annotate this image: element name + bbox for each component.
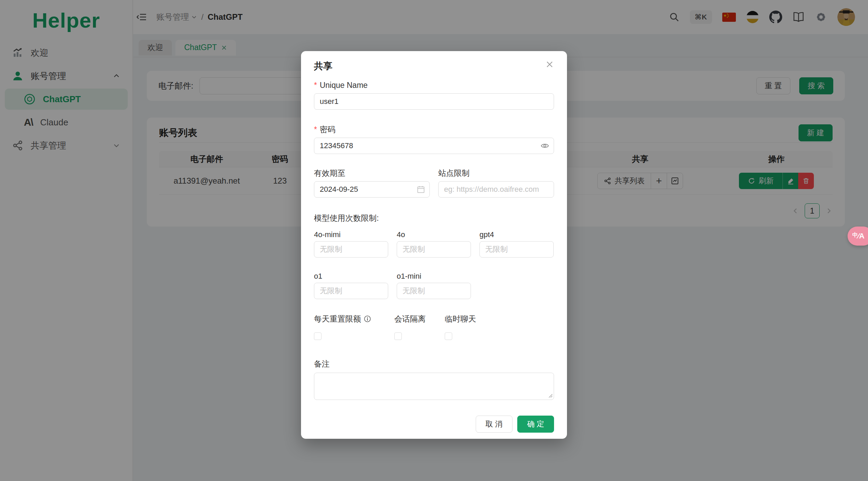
model-limits-title: 模型使用次数限制: [314, 213, 554, 223]
translate-icon: 中⁄A [852, 232, 865, 240]
share-modal: 共享 * Unique Name * 密码 有效期至 [301, 51, 567, 439]
model-limit-input-4o[interactable] [397, 241, 471, 258]
required-asterisk: * [314, 81, 317, 90]
password-input[interactable] [314, 138, 554, 154]
expiry-label: 有效期至 [314, 168, 430, 178]
session-isolation-checkbox[interactable] [394, 332, 402, 340]
daily-reset-field: 每天重置限额 [314, 314, 394, 341]
model-label: gpt4 [479, 230, 554, 238]
model-limit-input-o1-mini[interactable] [397, 283, 471, 299]
modal-title: 共享 [314, 60, 332, 72]
site-limit-label: 站点限制 [438, 168, 554, 178]
app-root: Helper 欢迎 账号管理 [0, 0, 868, 481]
model-limit-input-gpt4[interactable] [479, 241, 554, 258]
daily-reset-label: 每天重置限额 [314, 314, 394, 324]
calendar-icon[interactable] [417, 185, 425, 193]
info-icon[interactable] [364, 315, 371, 323]
session-isolation-field: 会话隔离 [394, 314, 445, 341]
model-field-o1: o1 [314, 272, 388, 299]
model-field-4o-mimi: 4o-mimi [314, 230, 388, 258]
session-isolation-label: 会话隔离 [394, 314, 445, 324]
translate-fab[interactable]: 中⁄A [848, 227, 868, 246]
modal-close-icon[interactable] [545, 60, 554, 69]
model-limit-input-o1[interactable] [314, 283, 388, 299]
confirm-button[interactable]: 确 定 [517, 416, 554, 433]
temp-chat-checkbox[interactable] [445, 332, 452, 340]
model-field-gpt4: gpt4 [479, 230, 554, 258]
model-label: o1 [314, 272, 388, 280]
model-field-4o: 4o [397, 230, 471, 258]
temp-chat-label: 临时聊天 [445, 314, 476, 324]
model-limit-input-4o-mimi[interactable] [314, 241, 388, 258]
site-limit-field: 站点限制 [438, 168, 554, 198]
required-asterisk: * [314, 125, 317, 134]
temp-chat-field: 临时聊天 [445, 314, 476, 341]
remark-label: 备注 [314, 359, 554, 369]
daily-reset-checkbox[interactable] [314, 332, 321, 340]
model-label: 4o [397, 230, 471, 238]
model-field-o1-mini: o1-mini [397, 272, 471, 299]
eye-icon[interactable] [540, 141, 549, 150]
site-limit-input[interactable] [438, 181, 554, 198]
model-label: o1-mini [397, 272, 471, 280]
cancel-button[interactable]: 取 消 [476, 416, 512, 433]
password-label: * 密码 [314, 125, 554, 134]
expiry-date-input[interactable] [314, 181, 430, 198]
resize-handle-icon[interactable] [549, 393, 553, 399]
model-label: 4o-mimi [314, 230, 388, 238]
expiry-field: 有效期至 [314, 168, 430, 198]
unique-name-label: * Unique Name [314, 80, 554, 90]
unique-name-input[interactable] [314, 93, 554, 110]
remark-textarea[interactable] [314, 373, 554, 400]
